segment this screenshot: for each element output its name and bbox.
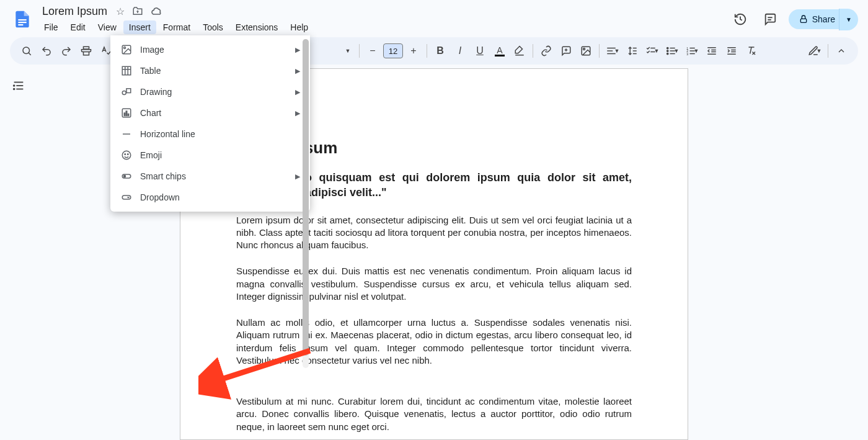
increase-indent-button[interactable] <box>722 42 741 60</box>
print-button[interactable] <box>77 42 95 60</box>
star-icon[interactable]: ☆ <box>116 6 125 17</box>
bold-button[interactable]: B <box>431 42 450 60</box>
svg-point-52 <box>124 47 126 49</box>
svg-rect-62 <box>128 114 129 116</box>
menu-file[interactable]: File <box>38 20 64 34</box>
share-dropdown-button[interactable]: ▼ <box>839 9 858 30</box>
svg-rect-8 <box>84 47 89 49</box>
move-icon[interactable] <box>132 6 143 17</box>
submenu-arrow-icon: ▶ <box>295 88 300 96</box>
comments-icon[interactable] <box>759 8 781 30</box>
insert-menu-drawing[interactable]: Drawing▶ <box>110 81 310 102</box>
insert-menu-horizontal-line[interactable]: Horizontal line <box>110 123 310 145</box>
text-color-button[interactable]: A <box>490 42 509 60</box>
menu-item-label: Emoji <box>140 150 300 160</box>
svg-rect-9 <box>84 52 89 55</box>
menu-item-label: Horizontal line <box>140 129 300 139</box>
docs-logo[interactable] <box>10 7 35 32</box>
share-label: Share <box>812 14 835 24</box>
insert-menu-image[interactable]: Image▶ <box>110 39 310 60</box>
svg-rect-61 <box>126 111 127 116</box>
menu-extensions[interactable]: Extensions <box>230 20 283 34</box>
menu-item-label: Image <box>140 45 295 55</box>
insert-image-button[interactable] <box>577 42 595 60</box>
underline-button[interactable]: U <box>471 42 489 60</box>
menu-view[interactable]: View <box>92 20 122 34</box>
styles-dropdown[interactable]: ▼ <box>343 42 355 60</box>
svg-point-25 <box>666 50 668 52</box>
svg-point-64 <box>122 151 131 159</box>
increase-font-size-button[interactable]: + <box>404 42 423 60</box>
insert-menu-smart-chips[interactable]: Smart chips▶ <box>110 166 310 187</box>
document-title[interactable]: Lorem Ipsum <box>38 4 111 19</box>
svg-point-26 <box>666 53 668 54</box>
submenu-arrow-icon: ▶ <box>295 46 300 54</box>
drawing-icon <box>120 86 133 98</box>
menu-item-label: Smart chips <box>140 171 295 181</box>
search-menus-button[interactable] <box>17 42 36 60</box>
submenu-arrow-icon: ▶ <box>295 67 300 75</box>
svg-point-57 <box>122 91 126 95</box>
add-comment-button[interactable] <box>557 42 575 60</box>
svg-point-14 <box>583 48 585 50</box>
svg-rect-0 <box>18 19 26 20</box>
dropdown-icon <box>120 191 133 204</box>
insert-menu-emoji[interactable]: Emoji <box>110 145 310 166</box>
undo-button[interactable] <box>37 42 56 60</box>
horizontal-line-icon <box>120 128 133 140</box>
svg-text:3: 3 <box>686 52 688 56</box>
italic-button[interactable]: I <box>451 42 469 60</box>
menu-item-label: Dropdown <box>140 192 300 202</box>
menu-item-label: Chart <box>140 108 295 118</box>
checklist-button[interactable]: ▼ <box>643 42 662 60</box>
clear-formatting-button[interactable] <box>742 42 761 60</box>
editing-mode-button[interactable]: ▼ <box>805 42 824 60</box>
menu-tools[interactable]: Tools <box>197 20 229 34</box>
insert-menu-dropdown: Image▶Table▶Drawing▶Chart▶Horizontal lin… <box>110 35 310 212</box>
align-button[interactable]: ▼ <box>603 42 622 60</box>
insert-menu-dropdown[interactable]: Dropdown <box>110 187 310 208</box>
svg-rect-5 <box>800 19 806 22</box>
bulleted-list-button[interactable]: ▼ <box>663 42 681 60</box>
document-paragraph: Lorem ipsum dolor sit amet, consectetur … <box>236 214 632 252</box>
menu-insert[interactable]: Insert <box>123 20 156 34</box>
highlight-color-button[interactable] <box>510 42 529 60</box>
image-icon <box>120 43 133 56</box>
insert-link-button[interactable] <box>537 42 556 60</box>
menu-edit[interactable]: Edit <box>65 20 91 34</box>
svg-point-66 <box>128 154 129 155</box>
document-paragraph: Suspendisse eu ex dui. Duis mattis est n… <box>236 265 632 303</box>
chart-icon <box>120 107 133 119</box>
font-size-input[interactable]: 12 <box>383 43 403 58</box>
svg-line-7 <box>29 53 31 55</box>
insert-menu-chart[interactable]: Chart▶ <box>110 102 310 123</box>
lock-icon <box>799 14 808 24</box>
line-spacing-button[interactable] <box>623 42 642 60</box>
svg-point-68 <box>124 176 126 177</box>
collapse-toolbar-button[interactable] <box>832 42 851 60</box>
svg-rect-53 <box>122 66 131 75</box>
share-button[interactable]: Share <box>789 9 845 29</box>
cloud-status-icon[interactable] <box>151 5 163 17</box>
svg-point-24 <box>666 47 668 48</box>
app-header: Lorem Ipsum ☆ FileEditViewInsertFormatTo… <box>0 0 868 35</box>
menu-help[interactable]: Help <box>285 20 314 34</box>
table-icon <box>120 65 133 77</box>
decrease-font-size-button[interactable]: − <box>363 42 382 60</box>
smart-chips-icon <box>120 170 133 182</box>
numbered-list-button[interactable]: 123▼ <box>683 42 701 60</box>
decrease-indent-button[interactable] <box>702 42 721 60</box>
svg-rect-1 <box>18 22 26 23</box>
menubar: FileEditViewInsertFormatToolsExtensionsH… <box>38 19 729 35</box>
redo-button[interactable] <box>57 42 76 60</box>
svg-rect-2 <box>18 24 23 25</box>
document-paragraph: Vestibulum at mi nunc. Curabitur lorem d… <box>236 395 632 433</box>
menu-format[interactable]: Format <box>157 20 196 34</box>
svg-point-65 <box>125 154 126 155</box>
svg-rect-58 <box>126 89 131 93</box>
insert-menu-table[interactable]: Table▶ <box>110 60 310 81</box>
menu-item-label: Drawing <box>140 87 295 97</box>
history-icon[interactable] <box>729 8 751 30</box>
svg-point-6 <box>23 47 30 54</box>
svg-rect-60 <box>124 113 125 116</box>
